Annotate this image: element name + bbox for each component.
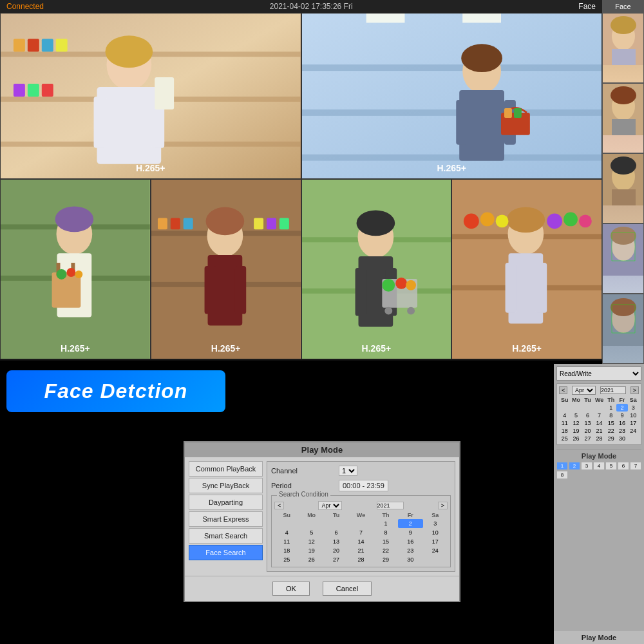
dialog-cal-day[interactable]: 30 — [398, 555, 422, 564]
face-thumb-3[interactable] — [602, 153, 644, 223]
rw-select[interactable]: Read/Write — [556, 366, 641, 381]
dialog-cal-day[interactable]: 22 — [374, 546, 398, 555]
dialog-cal-day[interactable]: 29 — [374, 555, 398, 564]
face-thumb-5[interactable] — [602, 294, 644, 364]
svg-rect-22 — [462, 14, 501, 23]
dialog-cal-day[interactable]: 6 — [324, 528, 348, 537]
dialog-cal-day[interactable]: 25 — [274, 555, 299, 564]
face-thumb-2[interactable] — [602, 83, 644, 153]
play-day-1[interactable]: 1 — [556, 462, 568, 470]
cal-day[interactable]: 14 — [593, 419, 605, 427]
camera-cell-1[interactable]: H.265+ — [0, 13, 301, 179]
cal-day[interactable]: 11 — [559, 419, 570, 427]
play-day-3[interactable]: 3 — [581, 462, 592, 470]
cal-day[interactable]: 6 — [582, 412, 593, 419]
cal-day[interactable]: 17 — [628, 419, 639, 427]
cal-day[interactable]: 23 — [616, 427, 627, 435]
cal-day[interactable]: 26 — [570, 435, 582, 442]
cal-day[interactable]: 16 — [616, 419, 627, 427]
camera-cell-2[interactable]: H.265+ — [301, 13, 603, 179]
dialog-cal-day[interactable]: 20 — [324, 546, 348, 555]
cal-day[interactable]: 13 — [582, 419, 593, 427]
cal-day[interactable]: 27 — [582, 435, 593, 442]
cal-day[interactable]: 2 — [616, 404, 627, 412]
cal-day[interactable]: 8 — [605, 412, 616, 419]
dialog-cal-day[interactable]: 28 — [348, 555, 373, 564]
dialog-cal-day[interactable]: 10 — [423, 528, 448, 537]
dialog-cal-day[interactable]: 24 — [423, 546, 448, 555]
channel-select[interactable]: 1 — [339, 466, 357, 476]
cal-day[interactable]: 29 — [605, 435, 616, 442]
play-day-7[interactable]: 7 — [630, 462, 641, 470]
dialog-cal-prev[interactable]: < — [274, 502, 284, 509]
menu-item-2[interactable]: Dayparting — [189, 495, 263, 510]
dialog-cal-day[interactable]: 13 — [324, 537, 348, 546]
dialog-cal-day[interactable]: 11 — [274, 537, 299, 546]
menu-item-4[interactable]: Smart Search — [189, 528, 263, 544]
cal-day[interactable]: 25 — [559, 435, 570, 442]
cal-day[interactable]: 4 — [559, 412, 570, 419]
cal-day[interactable]: 1 — [605, 404, 616, 412]
dialog-cal-day[interactable]: 16 — [398, 537, 422, 546]
dialog-cal-day[interactable]: 1 — [374, 519, 398, 528]
dialog-cal-day[interactable]: 7 — [348, 528, 373, 537]
cal-day[interactable]: 22 — [605, 427, 616, 435]
cal-day[interactable]: 10 — [628, 412, 639, 419]
cal-prev-btn[interactable]: < — [559, 386, 567, 394]
dialog-cal-day[interactable]: 26 — [299, 555, 323, 564]
cal-day[interactable]: 9 — [616, 412, 627, 419]
menu-item-0[interactable]: Common PlayBack — [189, 461, 263, 477]
dialog-cal-day[interactable]: 27 — [324, 555, 348, 564]
face-tab[interactable]: Face — [578, 2, 596, 11]
dialog-cal-month[interactable]: Apr — [318, 501, 342, 510]
cal-day[interactable]: 30 — [616, 435, 627, 442]
camera-cell-3[interactable]: H.265+ — [0, 179, 151, 359]
face-thumb-1[interactable] — [602, 13, 644, 83]
dialog-cal-day[interactable]: 15 — [374, 537, 398, 546]
cal-day[interactable]: 28 — [593, 435, 605, 442]
cal-day[interactable]: 21 — [593, 427, 605, 435]
dialog-cal-day[interactable]: 19 — [299, 546, 323, 555]
cal-day[interactable]: 7 — [593, 412, 605, 419]
cal-day[interactable]: 18 — [559, 427, 570, 435]
play-day-8[interactable]: 8 — [556, 471, 568, 479]
play-day-6[interactable]: 6 — [618, 462, 629, 470]
camera-cell-6[interactable]: H.265+ — [451, 179, 602, 359]
cal-day[interactable]: 24 — [628, 427, 639, 435]
play-day-2[interactable]: 2 — [569, 462, 580, 470]
menu-item-5[interactable]: Face Search — [189, 545, 263, 560]
dialog-cal-day[interactable]: 9 — [398, 528, 422, 537]
cal-year-input[interactable] — [600, 386, 626, 394]
cal-day[interactable]: 3 — [628, 404, 639, 412]
ok-button[interactable]: OK — [272, 582, 310, 596]
dialog-cal-day[interactable]: 12 — [299, 537, 323, 546]
dialog-cal-day[interactable]: 5 — [299, 528, 323, 537]
cal-day[interactable]: 19 — [570, 427, 582, 435]
dialog-cal-day[interactable]: 21 — [348, 546, 373, 555]
dialog-cal-day[interactable]: 14 — [348, 537, 373, 546]
menu-item-1[interactable]: Sync PlayBack — [189, 478, 263, 493]
connected-status: Connected — [6, 2, 44, 11]
dialog-cal-day[interactable]: 8 — [374, 528, 398, 537]
camera-cell-4[interactable]: H.265+ — [151, 179, 301, 359]
cal-day[interactable]: 20 — [582, 427, 593, 435]
camera-cell-5[interactable]: H.265+ — [301, 179, 452, 359]
play-day-5[interactable]: 5 — [605, 462, 617, 470]
dialog-cal-day[interactable]: 23 — [398, 546, 422, 555]
dialog-cal-next[interactable]: > — [438, 502, 448, 509]
dialog-cal-day[interactable]: 4 — [274, 528, 299, 537]
menu-item-3[interactable]: Smart Express — [189, 511, 263, 527]
dialog-cal-year[interactable] — [377, 502, 404, 509]
dialog-cal-day[interactable]: 2 — [398, 519, 422, 528]
dialog-cal-day[interactable]: 3 — [423, 519, 448, 528]
cal-day[interactable]: 5 — [570, 412, 582, 419]
cal-next-btn[interactable]: > — [630, 386, 639, 394]
cal-day[interactable]: 12 — [570, 419, 582, 427]
cal-month-select[interactable]: Apr — [572, 386, 596, 395]
dialog-cal-day[interactable]: 17 — [423, 537, 448, 546]
cal-day[interactable]: 15 — [605, 419, 616, 427]
dialog-cal-day[interactable]: 18 — [274, 546, 299, 555]
face-thumb-4[interactable] — [602, 223, 644, 294]
play-day-4[interactable]: 4 — [593, 462, 605, 470]
cancel-button[interactable]: Cancel — [323, 582, 372, 596]
